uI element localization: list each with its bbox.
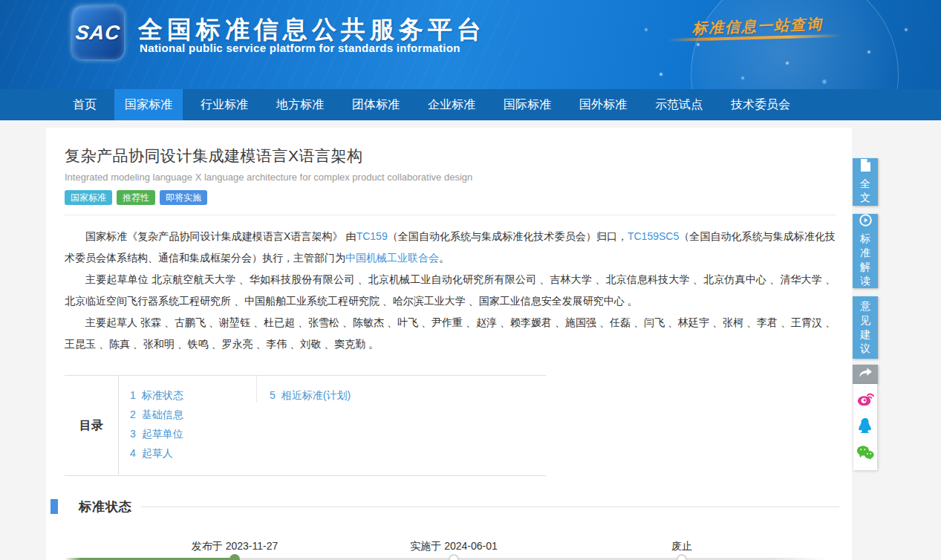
link-machinery-federation[interactable]: 中国机械工业联合会 bbox=[345, 252, 439, 264]
standard-title-cn: 复杂产品协同设计集成建模语言X语言架构 bbox=[65, 146, 836, 166]
link-tc159[interactable]: TC159 bbox=[356, 230, 388, 242]
tag-upcoming-implementation: 即将实施 bbox=[160, 190, 207, 205]
tag-national-standard: 国家标准 bbox=[65, 190, 112, 205]
floating-sidebar: 全文 标准解读 意见建议 bbox=[853, 158, 878, 470]
section-divider-line bbox=[141, 507, 839, 507]
qq-icon[interactable] bbox=[858, 417, 873, 437]
main-panel: 复杂产品协同设计集成建模语言X语言架构 Integrated modeling … bbox=[46, 128, 852, 560]
nav-item-pilot-programs[interactable]: 示范试点 bbox=[645, 89, 713, 120]
nav-item-technical-committees[interactable]: 技术委员会 bbox=[720, 89, 801, 120]
sac-logo[interactable]: SAC bbox=[72, 6, 124, 59]
wechat-icon[interactable] bbox=[856, 445, 874, 463]
standard-tags: 国家标准 推荐性 即将实施 bbox=[65, 190, 836, 205]
toc-label-cell: 目录 bbox=[65, 376, 119, 475]
share-icon bbox=[859, 368, 872, 381]
timeline-label-implemented: 实施于 2024-06-01 bbox=[410, 540, 498, 553]
document-icon bbox=[860, 159, 871, 175]
drafters-paragraph: 主要起草人 张霖 、古鹏飞 、谢堃钰 、杜已超 、张雪松 、陈敏杰 、叶飞 、尹… bbox=[65, 312, 836, 355]
nav-item-home[interactable]: 首页 bbox=[62, 89, 107, 120]
nav-item-foreign-standards[interactable]: 国外标准 bbox=[569, 89, 637, 120]
toc-item-drafters[interactable]: 4起草人 bbox=[130, 443, 256, 463]
timeline-dot-published bbox=[229, 554, 240, 560]
header-dot-texture bbox=[631, 0, 941, 89]
toc-label: 目录 bbox=[79, 418, 103, 434]
toc-item-drafting-units[interactable]: 3起草单位 bbox=[130, 424, 256, 443]
intro-paragraph: 国家标准《复杂产品协同设计集成建模语言X语言架构》 由TC159（全国自动化系统… bbox=[65, 226, 836, 269]
toc-item-standard-status[interactable]: 1标准状态 bbox=[130, 385, 256, 405]
intro-text: （全国自动化系统与集成标准化技术委员会）归口， bbox=[388, 230, 628, 242]
main-nav: 首页 国家标准 行业标准 地方标准 团体标准 企业标准 国际标准 国外标准 示范… bbox=[0, 89, 941, 120]
timeline-label-abolished: 废止 bbox=[671, 540, 692, 553]
nav-item-enterprise-standards[interactable]: 企业标准 bbox=[417, 89, 486, 120]
nav-list: 首页 国家标准 行业标准 地方标准 团体标准 企业标准 国际标准 国外标准 示范… bbox=[62, 89, 941, 120]
status-timeline: 发布于 2023-11-27 实施于 2024-06-01 废止 bbox=[65, 540, 837, 560]
standard-title-en: Integrated modeling language X language … bbox=[65, 172, 836, 183]
toc-item-similar-standards[interactable]: 5相近标准(计划) bbox=[270, 385, 351, 405]
section-accent-bar bbox=[51, 499, 58, 514]
status-section-title: 标准状态 bbox=[79, 498, 132, 515]
title-divider bbox=[65, 215, 836, 215]
timeline-dot-abolished bbox=[677, 554, 687, 560]
timeline-dot-implemented bbox=[449, 554, 459, 560]
site-header: SAC 全国标准信息公共服务平台 National public service… bbox=[0, 0, 941, 89]
share-panel bbox=[853, 384, 877, 470]
standard-interpretation-label: 标准解读 bbox=[859, 232, 871, 288]
play-circle-icon bbox=[859, 214, 872, 229]
feedback-label: 意见建议 bbox=[859, 299, 871, 356]
intro-text: 国家标准《复杂产品协同设计集成建模语言X语言架构》 由 bbox=[85, 230, 356, 242]
nav-item-industry-standards[interactable]: 行业标准 bbox=[190, 89, 258, 120]
nav-item-international-standards[interactable]: 国际标准 bbox=[493, 89, 561, 120]
full-text-button[interactable]: 全文 bbox=[853, 158, 878, 206]
site-subtitle: National public service platform for sta… bbox=[140, 42, 460, 54]
status-section: 标准状态 发布于 2023-11-27 实施于 2024-06-01 废止 bbox=[65, 498, 836, 560]
sac-logo-text: SAC bbox=[74, 22, 121, 45]
timeline-label-published: 发布于 2023-11-27 bbox=[192, 540, 278, 553]
nav-item-national-standards[interactable]: 国家标准 bbox=[114, 89, 183, 120]
link-tc159sc5[interactable]: TC159SC5 bbox=[628, 230, 679, 242]
feedback-button[interactable]: 意见建议 bbox=[853, 296, 878, 359]
table-of-contents: 目录 1标准状态 2基础信息 3起草单位 4起草人 5相近标准(计划) bbox=[65, 375, 546, 476]
drafting-units-paragraph: 主要起草单位 北京航空航天大学 、华如科技股份有限公司 、北京机械工业自动化研究… bbox=[65, 269, 836, 312]
intro-text: 。 bbox=[439, 252, 449, 264]
weibo-icon[interactable] bbox=[857, 391, 874, 409]
share-button[interactable] bbox=[853, 365, 878, 384]
toc-column-2: 5相近标准(计划) bbox=[256, 376, 351, 403]
toc-item-basic-info[interactable]: 2基础信息 bbox=[130, 405, 256, 424]
standard-interpretation-button[interactable]: 标准解读 bbox=[853, 214, 878, 288]
nav-item-group-standards[interactable]: 团体标准 bbox=[342, 89, 410, 120]
toc-column-1: 1标准状态 2基础信息 3起草单位 4起草人 bbox=[119, 376, 256, 475]
full-text-label: 全文 bbox=[859, 177, 871, 205]
nav-item-local-standards[interactable]: 地方标准 bbox=[266, 89, 334, 120]
tag-recommended: 推荐性 bbox=[117, 190, 155, 205]
